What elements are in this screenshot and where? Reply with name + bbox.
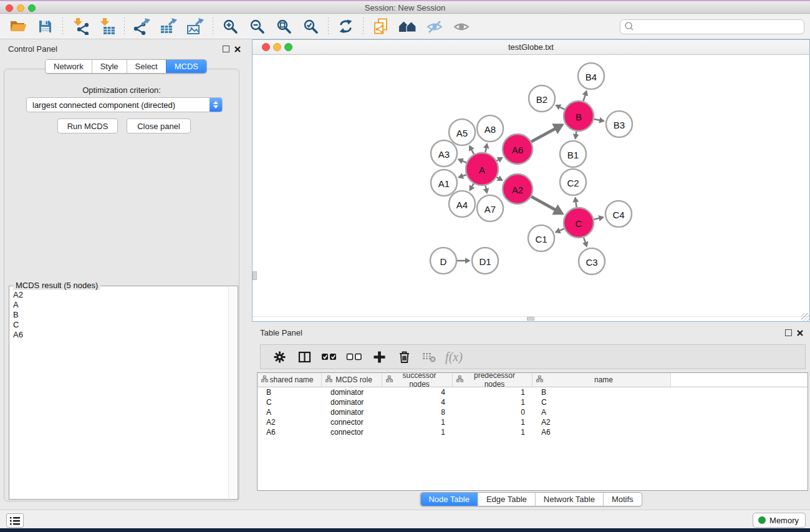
refresh-layout-icon[interactable] (332, 16, 359, 37)
control-panel-title: Control Panel (8, 44, 57, 54)
delete-entry-icon[interactable] (393, 347, 415, 367)
table-row[interactable]: Bdominator41B (258, 387, 808, 397)
tab-network[interactable]: Network (46, 60, 92, 73)
select-all-icon[interactable] (318, 347, 340, 367)
edge-B-B3[interactable] (594, 119, 604, 121)
close-panel-button[interactable]: Close panel (127, 118, 191, 133)
cell-shared-name: A6 (258, 427, 322, 437)
zoom-out-icon[interactable] (244, 16, 271, 37)
edge-C-C3[interactable] (584, 238, 587, 246)
edge-A-A5[interactable] (470, 146, 474, 154)
session-title: Session: New Session (0, 3, 810, 12)
task-history-button[interactable] (6, 513, 24, 528)
new-network-from-selection-icon[interactable] (367, 16, 394, 37)
network-vertical-scroll-thumb[interactable] (253, 271, 257, 280)
column-header-successor-nodes[interactable]: successor nodes (382, 373, 453, 387)
network-horizontal-scroll-thumb[interactable] (527, 317, 534, 321)
home-icon[interactable] (394, 16, 421, 37)
table-close-panel-icon[interactable] (796, 329, 804, 337)
mcds-result-item[interactable]: C (11, 320, 228, 330)
node-label-A3: A3 (438, 149, 450, 160)
save-session-icon[interactable] (32, 16, 59, 37)
search-input[interactable] (634, 21, 804, 33)
edge-A2-C[interactable] (531, 196, 562, 213)
tab-mcds[interactable]: MCDS (166, 60, 206, 73)
table-tab-network-table[interactable]: Network Table (535, 493, 603, 506)
node-label-C3: C3 (586, 257, 597, 268)
tab-select[interactable]: Select (127, 60, 166, 73)
show-all-icon[interactable] (448, 16, 475, 37)
column-header-predecessor-nodes[interactable]: predecessor nodes (453, 373, 533, 387)
export-image-icon[interactable] (182, 16, 209, 37)
mcds-result-box: MCDS result (5 nodes) A2ABCA6 (9, 286, 238, 500)
table-tab-motifs[interactable]: Motifs (603, 493, 642, 506)
table-tab-node-table[interactable]: Node Table (420, 493, 478, 506)
memory-label: Memory (769, 516, 799, 525)
window-resize-grip[interactable] (801, 313, 809, 321)
float-panel-icon[interactable] (223, 46, 229, 52)
edge-A-A3[interactable] (459, 160, 467, 163)
table-row[interactable]: A2connector11A2 (258, 417, 808, 427)
table-tab-edge-table[interactable]: Edge Table (478, 493, 535, 506)
zoom-fit-icon[interactable] (271, 16, 297, 37)
mcds-result-item[interactable]: B (11, 310, 228, 320)
table-panel: Table Panel f(x) shared nameMCDS rolesuc… (252, 325, 810, 509)
column-label: predecessor nodes (463, 372, 532, 389)
criterion-selected-value: largest connected component (directed) (27, 100, 210, 110)
mcds-result-item[interactable]: A (11, 300, 228, 310)
function-builder-icon[interactable]: f(x) (443, 347, 465, 367)
delete-table-icon[interactable] (418, 347, 440, 367)
import-network-icon[interactable] (67, 16, 94, 37)
column-header-shared-name[interactable]: shared name (258, 373, 322, 387)
table-row[interactable]: A6connector11A6 (258, 427, 808, 437)
table-settings-icon[interactable] (268, 347, 291, 367)
tree-icon (386, 375, 393, 384)
edge-A6-B[interactable] (531, 125, 562, 142)
edge-A-A4[interactable] (470, 183, 474, 190)
network-horizontal-scrollbar[interactable] (253, 316, 809, 321)
mcds-result-title: MCDS result (5 nodes) (13, 281, 100, 290)
edge-C-C1[interactable] (556, 229, 564, 233)
edge-A-A7[interactable] (486, 185, 487, 193)
edge-B-B1[interactable] (576, 132, 577, 138)
tab-style[interactable]: Style (92, 60, 127, 73)
cell-predecessor-nodes: 0 (453, 407, 533, 417)
table-row[interactable]: Adominator80A (258, 407, 808, 417)
column-label: name (543, 375, 670, 384)
column-header-name[interactable]: name (533, 373, 671, 387)
close-panel-icon[interactable] (234, 46, 241, 53)
edge-A-A6[interactable] (497, 158, 503, 161)
table-float-panel-icon[interactable] (785, 329, 792, 336)
cell-predecessor-nodes: 1 (453, 427, 533, 437)
criterion-select[interactable]: largest connected component (directed) (26, 97, 223, 112)
zoom-selected-icon[interactable] (297, 16, 324, 37)
hide-selected-icon[interactable] (421, 16, 448, 37)
export-network-icon[interactable] (128, 16, 155, 37)
deselect-all-icon[interactable] (343, 347, 365, 367)
mcds-result-item[interactable]: A2 (11, 290, 228, 300)
memory-button[interactable]: Memory (753, 513, 806, 528)
edge-B-B2[interactable] (556, 105, 565, 109)
cell-name: A (533, 407, 671, 417)
table-row[interactable]: Cdominator41C (258, 397, 808, 407)
edge-B-B4[interactable] (584, 91, 587, 101)
network-graph-canvas[interactable]: B4B2BB3A5A8A6A3B1AA1C2A2A4A7C4CC1C3DD1 (253, 55, 809, 321)
search-field[interactable] (620, 19, 804, 34)
import-table-icon[interactable] (94, 16, 120, 37)
add-entry-icon[interactable] (368, 347, 390, 367)
mcds-result-item[interactable]: A6 (11, 330, 228, 340)
cell-MCDS-role: dominator (322, 407, 382, 417)
edge-A-A1[interactable] (459, 175, 466, 177)
edge-A-A2[interactable] (497, 177, 503, 180)
toggle-columns-icon[interactable] (293, 347, 316, 367)
export-table-icon[interactable] (155, 16, 182, 37)
result-scrollbar[interactable] (228, 287, 237, 498)
control-panel: Control Panel NetworkStyleSelectMCDS Opt… (0, 39, 243, 509)
edge-C-C4[interactable] (594, 217, 603, 219)
run-mcds-button[interactable]: Run MCDS (57, 118, 118, 133)
zoom-in-icon[interactable] (217, 16, 244, 37)
edge-A-A8[interactable] (485, 144, 487, 153)
column-header-MCDS-role[interactable]: MCDS role (322, 373, 382, 387)
open-session-icon[interactable] (5, 16, 32, 37)
edge-C-C2[interactable] (576, 198, 577, 207)
